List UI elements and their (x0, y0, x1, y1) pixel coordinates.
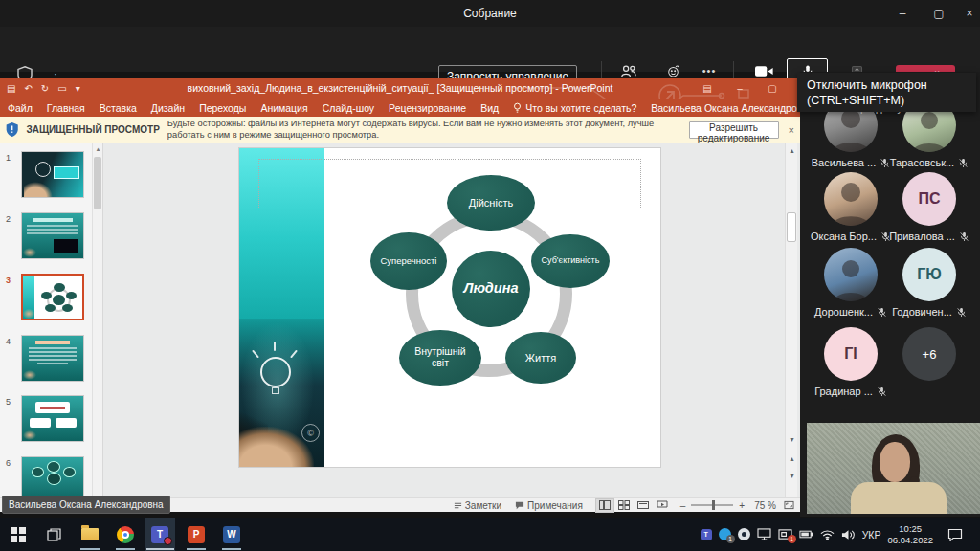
word-button[interactable]: W (215, 518, 248, 551)
thumb-title-line (33, 218, 73, 222)
protected-shield-icon (6, 121, 18, 138)
diagram-node[interactable]: Суперечності (370, 232, 447, 290)
diagram-node[interactable]: Життя (505, 332, 576, 384)
enable-editing-button[interactable]: Разрешить редактирование (689, 121, 779, 139)
steam-tray-icon[interactable] (738, 528, 750, 540)
scrollbar-thumb[interactable] (94, 157, 101, 209)
next-slide-icon[interactable]: ▼ (786, 469, 798, 482)
battery-tray-icon[interactable] (799, 530, 813, 539)
screen-capture-tray-icon[interactable]: 1 (778, 528, 792, 540)
zoom-slider[interactable] (691, 504, 733, 506)
chrome-icon (117, 526, 134, 543)
notes-toggle[interactable]: Заметки (454, 500, 501, 511)
tab-home[interactable]: Главная (47, 102, 85, 114)
minimize-button[interactable]: – (888, 0, 917, 27)
person-silhouette-icon (824, 248, 878, 301)
thumb-title-box (54, 166, 79, 179)
clock-time: 10:25 (887, 523, 933, 535)
tab-insert[interactable]: Вставка (100, 102, 137, 114)
windows-taskbar: T P W T 1 1 (0, 518, 980, 551)
participant-tile[interactable]: ГЮ Годовичен... (887, 248, 971, 318)
powerpoint-button[interactable]: P (180, 518, 212, 551)
diagram-node[interactable]: Дійсність (447, 175, 535, 231)
ppt-content-area: 1 2 3 4 5 6 (0, 143, 800, 497)
mic-off-icon (958, 158, 969, 168)
ribbon-options-icon[interactable]: ▤ (695, 78, 720, 99)
clock[interactable]: 10:25 06.04.2022 (887, 523, 933, 545)
slide-canvas[interactable]: © Дійсність Суперечності Суб'єктивність … (239, 148, 660, 467)
tab-design[interactable]: Дизайн (151, 102, 185, 114)
volume-tray-icon[interactable] (841, 529, 856, 540)
scroll-up-icon[interactable]: ▲ (786, 143, 798, 157)
participant-tile[interactable]: Оксана Бор... (809, 172, 893, 242)
tab-review[interactable]: Рецензирование (389, 102, 466, 114)
action-center-icon[interactable] (947, 528, 963, 541)
maximize-button[interactable]: ▢ (924, 0, 953, 27)
slide-sorter-view-button[interactable] (615, 499, 633, 512)
reading-view-button[interactable] (635, 499, 652, 512)
slide-thumbnail[interactable] (21, 335, 84, 382)
ppt-restore-button[interactable]: ▢ (760, 78, 785, 99)
diagram-center-node[interactable]: Людина (452, 251, 530, 327)
file-explorer-button[interactable] (74, 518, 106, 551)
person-silhouette-icon (824, 172, 878, 226)
presenter-name: Васильева Оксана Александровна (9, 499, 164, 510)
display-tray-icon[interactable] (757, 528, 771, 540)
fit-to-window-button[interactable] (784, 500, 794, 510)
diagram-node[interactable]: Внутрішній світ (399, 330, 481, 386)
participant-tile[interactable]: Дорошенк... (809, 248, 893, 318)
tell-me-box[interactable]: Что вы хотите сделать? (513, 102, 636, 114)
thumb-number: 1 (6, 153, 11, 163)
zoom-in-button[interactable]: + (739, 500, 745, 511)
comments-toggle[interactable]: Примечания (515, 500, 583, 511)
onedrive-tray-icon[interactable]: 1 (719, 528, 731, 540)
thumb-bulb (35, 162, 51, 177)
mic-off-icon (956, 307, 967, 318)
start-button[interactable] (2, 518, 34, 551)
task-view-button[interactable] (38, 518, 71, 551)
ppt-minimize-button[interactable]: – (727, 78, 752, 99)
protected-bar-close-icon[interactable]: × (789, 124, 794, 136)
participant-name: Годовичен... (892, 306, 952, 318)
self-video-feed[interactable] (807, 423, 980, 514)
teams-button[interactable]: T (144, 518, 176, 551)
thumbnail-scrollbar[interactable]: ▲ (92, 143, 102, 497)
tab-transitions[interactable]: Переходы (199, 102, 246, 114)
tab-slideshow[interactable]: Слайд-шоу (323, 102, 374, 114)
normal-view-button[interactable] (596, 499, 613, 512)
participant-overflow-tile[interactable]: +6 (887, 327, 971, 381)
account-name[interactable]: Васильева Оксана Александровна (651, 102, 813, 114)
overflow-count-badge: +6 (902, 327, 956, 381)
scroll-up-icon[interactable]: ▲ (93, 143, 103, 155)
ellipsis-icon: ••• (702, 65, 717, 77)
participant-tile[interactable]: ГІ Градинар ... (809, 327, 893, 397)
zoom-out-button[interactable]: – (680, 500, 686, 511)
previous-slide-icon[interactable]: ▲ (786, 452, 798, 465)
participant-avatar-initials: ГЮ (902, 248, 956, 301)
participant-tile[interactable]: ПС Привалова ... (887, 172, 971, 242)
tab-file[interactable]: Файл (8, 102, 33, 114)
slide-thumbnail[interactable] (21, 212, 84, 259)
slide-thumbnail[interactable] (21, 395, 84, 442)
zoom-slider-thumb[interactable] (712, 500, 715, 510)
slide-thumbnail[interactable] (21, 151, 84, 198)
tab-view[interactable]: Вид (480, 102, 499, 114)
close-button[interactable]: × (955, 0, 980, 27)
slide-thumbnail[interactable] (21, 456, 84, 497)
slide-thumbnail-selected[interactable] (21, 274, 84, 320)
folder-icon (81, 528, 99, 540)
language-indicator[interactable]: УКР (862, 529, 881, 540)
system-tray: T 1 1 УКР 10:25 (701, 518, 963, 551)
teams-tray-icon[interactable]: T (701, 529, 712, 540)
thumb-box (35, 402, 70, 413)
chrome-button[interactable] (109, 518, 142, 551)
camera-icon (755, 65, 773, 77)
scroll-down-icon[interactable]: ▼ (786, 432, 798, 446)
editor-scrollbar[interactable]: ▲ ▼ ▲ ▼ (785, 143, 797, 497)
scrollbar-thumb[interactable] (787, 212, 796, 242)
wifi-tray-icon[interactable] (820, 529, 835, 540)
tab-animations[interactable]: Анимация (260, 102, 307, 114)
zoom-level[interactable]: 75 % (754, 500, 776, 511)
diagram-node[interactable]: Суб'єктивність (531, 234, 610, 288)
slideshow-view-button[interactable] (654, 499, 671, 512)
